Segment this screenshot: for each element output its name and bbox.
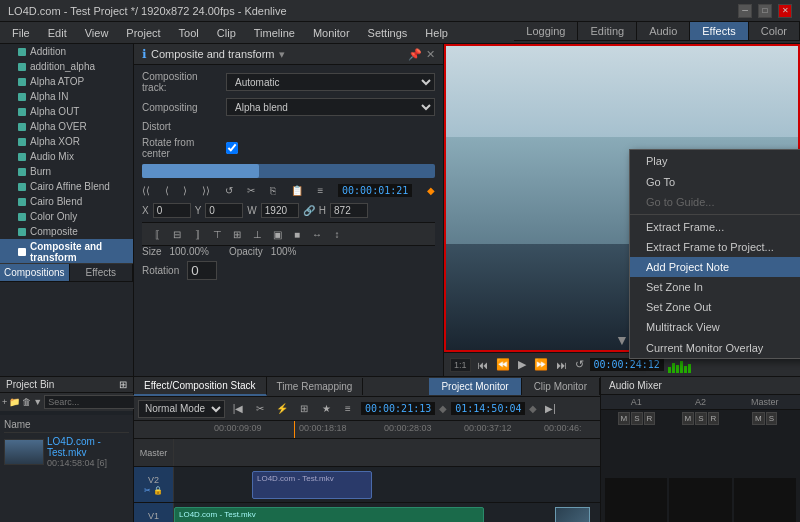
a2-solo-btn[interactable]: S [695, 412, 706, 425]
ctx-play[interactable]: Play ▶ [630, 150, 800, 171]
a1-mute-btn[interactable]: M [618, 412, 631, 425]
expand-icon[interactable]: ⊞ [119, 379, 127, 390]
menu-monitor[interactable]: Monitor [305, 25, 358, 41]
menu-settings[interactable]: Settings [360, 25, 416, 41]
flip-h-btn[interactable]: ↔ [308, 226, 326, 242]
fit-btn[interactable]: ▣ [268, 226, 286, 242]
v2-icon[interactable]: ✂ 🔒 [144, 486, 163, 495]
effect-cairo-affine[interactable]: Cairo Affine Blend [0, 179, 133, 194]
effect-cairo-blend[interactable]: Cairo Blend [0, 194, 133, 209]
align-left-btn[interactable]: ⟦ [148, 226, 166, 242]
timeline-end-btn[interactable]: ▶| [541, 401, 559, 417]
effect-alpha-atop[interactable]: Alpha ATOP [0, 74, 133, 89]
ctx-extract-frame-project[interactable]: Extract Frame to Project... [630, 237, 800, 257]
effect-alpha-out[interactable]: Alpha OUT [0, 104, 133, 119]
menu-timeline[interactable]: Timeline [246, 25, 303, 41]
tab-color[interactable]: Color [749, 22, 800, 40]
menu-view[interactable]: View [77, 25, 117, 41]
loop-icon[interactable]: ↺ [225, 185, 233, 196]
align-center-v-btn[interactable]: ⊞ [228, 226, 246, 242]
tab-effects[interactable]: Effects [690, 22, 748, 40]
copy-icon[interactable]: ⎘ [270, 185, 276, 196]
timeline-effect-btn[interactable]: ★ [317, 401, 335, 417]
timeline-razor-btn[interactable]: ⚡ [273, 401, 291, 417]
play-btn[interactable]: ▶ [516, 357, 528, 372]
tab-clip-monitor[interactable]: Clip Monitor [522, 378, 600, 395]
tab-time-remapping[interactable]: Time Remapping [267, 378, 364, 395]
master-mute-btn[interactable]: M [752, 412, 765, 425]
effect-burn[interactable]: Burn [0, 164, 133, 179]
bin-add-btn[interactable]: + [2, 395, 7, 409]
effect-composite[interactable]: Composite [0, 224, 133, 239]
tab-effect-composition-stack[interactable]: Effect/Composition Stack [134, 377, 267, 396]
ctx-multitrack-view[interactable]: Multitrack View F12 [630, 317, 800, 337]
bin-folder-btn[interactable]: 📁 [9, 395, 20, 409]
rotate-checkbox[interactable] [226, 142, 238, 154]
fast-forward-icon[interactable]: ⟩⟩ [202, 185, 210, 196]
menu-tool[interactable]: Tool [171, 25, 207, 41]
tab-editing[interactable]: Editing [578, 22, 637, 40]
effect-alpha-over[interactable]: Alpha OVER [0, 119, 133, 134]
menu-help[interactable]: Help [417, 25, 456, 41]
effect-alpha-in[interactable]: Alpha IN [0, 89, 133, 104]
align-icon[interactable]: ≡ [318, 185, 324, 196]
track-v2-clip[interactable]: LO4D.com - Test.mkv [252, 471, 372, 499]
effect-composite-transform[interactable]: Composite and transform [0, 239, 133, 264]
effect-Addition[interactable]: Addition [0, 44, 133, 59]
h-input[interactable] [330, 203, 368, 218]
tab-project-monitor[interactable]: Project Monitor [429, 378, 521, 395]
back-btn[interactable]: ⏪ [494, 357, 512, 372]
pin-icon[interactable]: 📌 [408, 48, 422, 61]
tab-logging[interactable]: Logging [514, 22, 578, 40]
composition-track-select[interactable]: Automatic [226, 73, 435, 91]
align-bottom-btn[interactable]: ⊥ [248, 226, 266, 242]
timeline-mode-select[interactable]: Normal Mode [138, 400, 225, 418]
a2-record-btn[interactable]: R [708, 412, 720, 425]
tab-effects[interactable]: Effects [70, 264, 133, 281]
menu-edit[interactable]: Edit [40, 25, 75, 41]
w-input[interactable] [261, 203, 299, 218]
clip-icon[interactable]: ✂ [247, 185, 255, 196]
minimize-button[interactable]: ─ [738, 4, 752, 18]
effect-addition-alpha[interactable]: addition_alpha [0, 59, 133, 74]
master-solo-btn[interactable]: S [766, 412, 777, 425]
rotation-input[interactable] [187, 261, 217, 280]
menu-file[interactable]: File [4, 25, 38, 41]
tab-compositions[interactable]: Compositions [0, 264, 70, 281]
timeline-cut-btn[interactable]: ✂ [251, 401, 269, 417]
a2-mute-btn[interactable]: M [682, 412, 695, 425]
bin-delete-btn[interactable]: 🗑 [22, 395, 31, 409]
align-right-btn[interactable]: ⟧ [188, 226, 206, 242]
paste-icon[interactable]: 📋 [291, 185, 303, 196]
a1-record-btn[interactable]: R [644, 412, 656, 425]
ctx-goto[interactable]: Go To ▶ [630, 171, 800, 192]
timeline-split-btn[interactable]: ⊞ [295, 401, 313, 417]
next-btn[interactable]: ⏭ [554, 358, 569, 372]
fwd-btn[interactable]: ⏩ [532, 357, 550, 372]
bin-filter-btn[interactable]: ▼ [33, 395, 42, 409]
a1-solo-btn[interactable]: S [631, 412, 642, 425]
timeline-more-btn[interactable]: ≡ [339, 401, 357, 417]
ctx-set-zone-out[interactable]: Set Zone Out [630, 297, 800, 317]
fill-btn[interactable]: ■ [288, 226, 306, 242]
next-frame-icon[interactable]: ⟩ [183, 185, 187, 196]
effect-alpha-xor[interactable]: Alpha XOR [0, 134, 133, 149]
effect-audio-mix[interactable]: Audio Mix [0, 149, 133, 164]
keyframe-icon[interactable]: ◆ [427, 185, 435, 196]
effect-color-only[interactable]: Color Only [0, 209, 133, 224]
timeline-back-btn[interactable]: |◀ [229, 401, 247, 417]
prev-frame-icon[interactable]: ⟨ [165, 185, 169, 196]
ctx-set-zone-in[interactable]: Set Zone In [630, 277, 800, 297]
x-input[interactable] [153, 203, 191, 218]
menu-project[interactable]: Project [118, 25, 168, 41]
close-icon[interactable]: ✕ [426, 48, 435, 61]
compositing-select[interactable]: Alpha blend [226, 98, 435, 116]
align-center-h-btn[interactable]: ⊟ [168, 226, 186, 242]
menu-clip[interactable]: Clip [209, 25, 244, 41]
lock-icon[interactable]: 🔗 [303, 205, 315, 216]
ctx-extract-frame[interactable]: Extract Frame... [630, 217, 800, 237]
ctx-add-project-note[interactable]: Add Project Note [630, 257, 800, 277]
loop-btn[interactable]: ↺ [573, 357, 586, 372]
prev-btn[interactable]: ⏮ [475, 358, 490, 372]
maximize-button[interactable]: □ [758, 4, 772, 18]
